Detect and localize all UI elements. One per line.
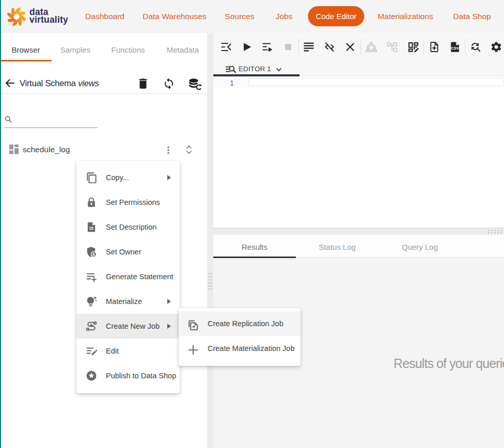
svg-text:CSV: CSV: [451, 46, 460, 51]
